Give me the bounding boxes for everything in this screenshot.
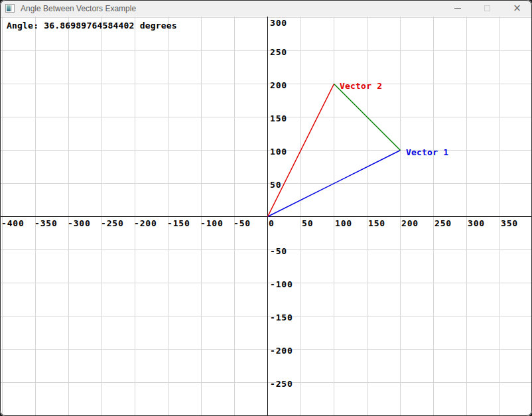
window-title: Angle Between Vectors Example [21,4,136,13]
x-tick-label: -350 [34,218,58,228]
x-tick-label: 50 [302,218,313,228]
maximize-button[interactable] [472,0,502,17]
app-icon-image [7,5,11,11]
y-tick-label: -50 [270,246,287,256]
app-icon [5,4,15,13]
app-window: Angle Between Vectors Example × Angle: 3… [0,0,532,416]
minimize-icon [454,8,461,9]
y-tick-label: -250 [270,379,293,389]
x-tick-label: -50 [233,218,251,228]
x-tick-label: -150 [167,218,190,228]
y-tick-label: -100 [270,279,293,289]
x-tick-label: 250 [434,218,452,228]
x-tick-label: 300 [468,218,485,228]
desktop-background: Angle Between Vectors Example × Angle: 3… [0,0,532,416]
vector-1-label: Vector 1 [406,147,448,157]
window-controls: × [442,0,532,17]
vector-2-label: Vector 2 [340,81,382,91]
close-icon: × [513,3,521,13]
x-tick-label: -250 [101,218,124,228]
y-tick-label: 300 [270,18,287,28]
y-tick-label: 150 [270,113,287,123]
titlebar[interactable]: Angle Between Vectors Example × [0,0,532,17]
x-tick-label: 350 [501,218,518,228]
close-button[interactable]: × [502,0,532,17]
x-tick-label: 200 [401,218,419,228]
x-tick-label: 150 [368,218,385,228]
x-tick-label: -100 [200,218,224,228]
x-tick-label: 100 [335,218,352,228]
x-tick-label: -200 [134,218,157,228]
x-tick-label: -400 [1,218,25,228]
vector-plot-svg [0,17,532,416]
y-tick-label: 100 [270,147,287,157]
y-tick-label: 200 [270,80,287,90]
x-tick-label: 0 [269,218,275,228]
minimize-button[interactable] [442,0,472,17]
y-tick-label: 50 [270,180,281,190]
y-tick-label: -150 [270,312,293,322]
maximize-icon [484,5,490,11]
x-tick-label: -300 [68,218,91,228]
y-tick-label: 250 [270,47,287,57]
plot-canvas: Angle: 36.86989764584402 degrees Vector … [0,17,532,416]
y-tick-label: -200 [270,346,293,356]
angle-readout: Angle: 36.86989764584402 degrees [7,21,177,31]
app-icon-strip [11,5,13,11]
